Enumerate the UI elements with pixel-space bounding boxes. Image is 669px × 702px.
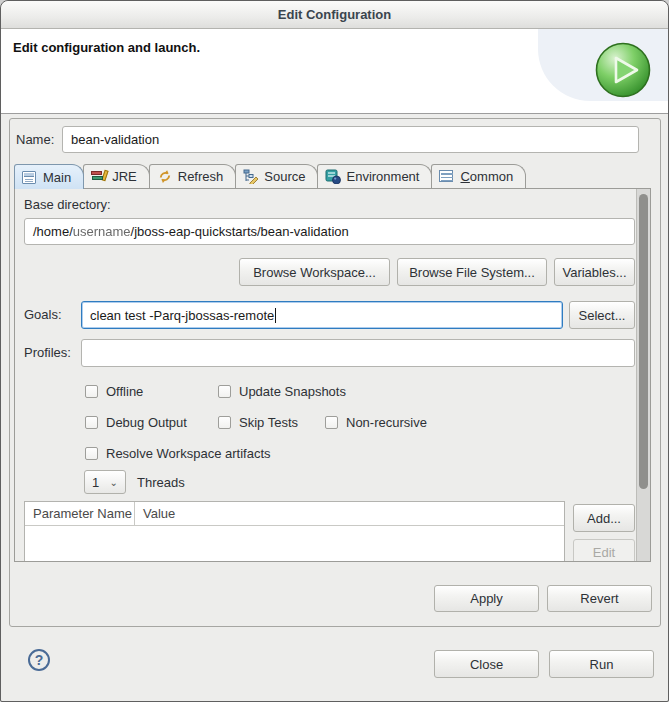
threads-value: 1 (92, 475, 99, 490)
debug-output-label: Debug Output (106, 415, 187, 430)
environment-icon (325, 169, 341, 184)
vertical-scrollbar[interactable] (636, 189, 650, 561)
source-icon (243, 169, 259, 184)
threads-dropdown[interactable]: 1 ⌄ (84, 470, 126, 494)
name-value: bean-validation (71, 132, 159, 147)
profiles-label: Profiles: (24, 345, 71, 360)
banner: Edit configuration and launch. (1, 29, 668, 114)
edit-parameter-button[interactable]: Edit (573, 539, 635, 562)
configuration-group: Name: bean-validation Main JRE (9, 118, 661, 627)
name-input[interactable]: bean-validation (62, 126, 639, 153)
checkbox-box (85, 447, 98, 460)
offline-label: Offline (106, 384, 143, 399)
banner-message: Edit configuration and launch. (13, 40, 200, 55)
edit-configuration-dialog: Edit Configuration Edit configuration an… (0, 0, 669, 702)
profiles-input[interactable] (81, 339, 635, 367)
close-button[interactable]: Close (434, 650, 539, 678)
question-mark-icon: ? (35, 652, 44, 668)
goals-label: Goals: (24, 307, 62, 322)
tab-common-label: Common (460, 169, 513, 184)
select-goals-button[interactable]: Select... (569, 301, 635, 329)
run-button[interactable]: Run (549, 650, 654, 678)
checkbox-box (85, 385, 98, 398)
non-recursive-label: Non-recursive (346, 415, 427, 430)
main-tab-panel: Base directory: /home/username/jboss-eap… (14, 188, 651, 562)
skip-tests-label: Skip Tests (239, 415, 298, 430)
chevron-down-icon: ⌄ (110, 477, 118, 488)
add-parameter-button[interactable]: Add... (573, 504, 635, 532)
parameters-table[interactable]: Parameter Name Value (24, 501, 565, 562)
revert-button[interactable]: Revert (547, 585, 652, 612)
tab-main[interactable]: Main (14, 164, 84, 189)
table-icon (439, 169, 455, 184)
text-caret (275, 308, 276, 323)
path-username: username (73, 224, 131, 239)
tab-jre[interactable]: JRE (83, 164, 150, 188)
debug-output-checkbox[interactable]: Debug Output (85, 414, 187, 430)
window-title: Edit Configuration (278, 7, 391, 22)
tab-source-label: Source (264, 169, 305, 184)
scrollbar-thumb[interactable] (639, 194, 648, 489)
path-suffix: /jboss-eap-quickstarts/bean-validation (131, 224, 349, 239)
checkbox-box (325, 416, 338, 429)
tab-main-label: Main (43, 170, 71, 185)
non-recursive-checkbox[interactable]: Non-recursive (325, 414, 427, 430)
threads-label: Threads (137, 475, 185, 490)
browse-file-system-button[interactable]: Browse File System... (397, 258, 547, 286)
checkbox-box (218, 385, 231, 398)
parameters-table-header: Parameter Name Value (25, 502, 564, 526)
run-play-icon (594, 40, 652, 98)
goals-input[interactable]: clean test -Parq-jbossas-remote (81, 301, 563, 329)
resolve-workspace-artifacts-checkbox[interactable]: Resolve Workspace artifacts (85, 445, 271, 461)
title-bar[interactable]: Edit Configuration (1, 1, 668, 29)
variables-button[interactable]: Variables... (554, 258, 635, 286)
goals-value: clean test -Parq-jbossas-remote (90, 308, 274, 323)
tab-refresh-label: Refresh (178, 169, 224, 184)
base-directory-label: Base directory: (24, 197, 111, 212)
path-prefix: /home/ (33, 224, 73, 239)
value-column-header[interactable]: Value (135, 506, 564, 521)
tab-common[interactable]: Common (431, 164, 526, 188)
apply-button[interactable]: Apply (434, 585, 539, 612)
tab-source[interactable]: Source (235, 164, 318, 188)
resolve-workspace-artifacts-label: Resolve Workspace artifacts (106, 446, 271, 461)
checkbox-box (85, 416, 98, 429)
tab-bar: Main JRE Refresh (14, 164, 525, 188)
name-label: Name: (16, 132, 54, 147)
browse-workspace-button[interactable]: Browse Workspace... (239, 258, 390, 286)
base-directory-input[interactable]: /home/username/jboss-eap-quickstarts/bea… (24, 218, 635, 245)
tab-environment[interactable]: Environment (317, 164, 432, 188)
help-button[interactable]: ? (28, 649, 50, 671)
libraries-icon (91, 169, 107, 184)
document-icon (22, 170, 38, 185)
refresh-icon (157, 169, 173, 184)
update-snapshots-checkbox[interactable]: Update Snapshots (218, 383, 346, 399)
update-snapshots-label: Update Snapshots (239, 384, 346, 399)
checkbox-box (218, 416, 231, 429)
offline-checkbox[interactable]: Offline (85, 383, 143, 399)
skip-tests-checkbox[interactable]: Skip Tests (218, 414, 298, 430)
tab-jre-label: JRE (112, 169, 137, 184)
parameter-name-column-header[interactable]: Parameter Name (25, 502, 135, 525)
tab-refresh[interactable]: Refresh (149, 164, 237, 188)
tab-environment-label: Environment (346, 169, 419, 184)
